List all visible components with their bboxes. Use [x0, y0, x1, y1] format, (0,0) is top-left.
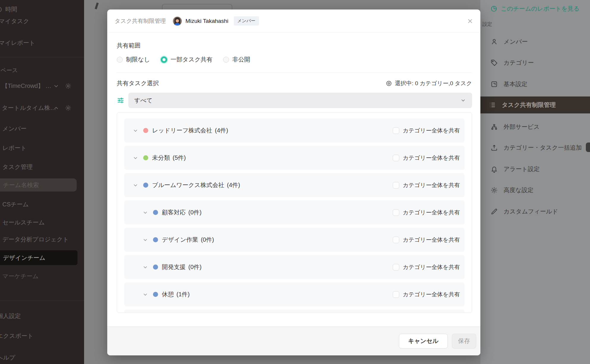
clock-icon — [0, 6, 2, 13]
team-search-box — [0, 178, 77, 192]
task-select-header: 共有タスク選択 選択中: 0 カテゴリー,0 タスク — [117, 79, 472, 87]
window-icon — [490, 80, 498, 88]
task-filter-row: すべて — [117, 93, 472, 108]
sidebar-item-personal-settings[interactable]: 個人設定 — [0, 312, 21, 320]
sidebar-item-export[interactable]: エクスポート — [0, 332, 33, 340]
share-checkbox-label: カテゴリー全体を共有 — [403, 181, 460, 189]
list-icon — [489, 101, 496, 109]
gear-icon — [490, 186, 498, 194]
share-checkbox-label: カテゴリー全体を共有 — [403, 291, 460, 298]
category-color-dot — [153, 265, 158, 270]
left-sidebar: 時間 マイタスク マイレポート ペース 【TimeCrowd】 … タートルタイ… — [0, 0, 84, 364]
sliders-icon[interactable] — [117, 96, 124, 104]
chevron-up-icon[interactable] — [53, 105, 59, 111]
radio-icon — [161, 56, 167, 63]
chevron-down-icon[interactable] — [142, 210, 148, 216]
sidebar-workspace-timecrowd[interactable]: 【TimeCrowd】 … — [2, 82, 78, 90]
share-checkbox[interactable] — [393, 237, 399, 243]
upload-icon — [490, 144, 498, 151]
settings-item-advanced-settings[interactable]: 高度な設定 — [490, 186, 533, 194]
settings-item-alert-settings[interactable]: アラート設定 — [490, 165, 539, 173]
category-name: デザイン作業 — [162, 236, 198, 244]
category-name: レッドリーフ株式会社 — [152, 126, 212, 134]
share-checkbox[interactable] — [393, 291, 399, 298]
subcategory-row: 休憩 (1件) カテゴリー全体を共有 — [124, 282, 465, 306]
pencil-icon — [490, 208, 498, 215]
save-button[interactable]: 保存 — [452, 334, 476, 349]
category-row: ブルームワークス株式会社 (4件) カテゴリー全体を共有 — [124, 173, 465, 197]
sidebar-item-report[interactable]: レポート — [2, 144, 26, 152]
section-divider — [117, 72, 472, 73]
settings-section-label: 設定 — [482, 21, 492, 28]
gear-icon[interactable] — [65, 83, 72, 89]
category-name: 顧客対応 — [162, 208, 186, 216]
subcategory-row: デザイン作業 (0件) カテゴリー全体を共有 — [124, 228, 465, 252]
sidebar-divider — [0, 300, 84, 301]
team-settings-sidebar: このチームのレポートを見る 設定 メンバー カテゴリー 基本設定 タスク共有制限… — [480, 0, 590, 364]
share-checkbox[interactable] — [393, 209, 399, 216]
pie-chart-icon — [490, 5, 497, 12]
share-checkbox[interactable] — [393, 264, 399, 270]
share-whole-category: カテゴリー全体を共有 — [393, 236, 460, 244]
radio-private[interactable]: 非公開 — [223, 56, 250, 64]
radio-partial-task-share[interactable]: 一部タスク共有 — [161, 56, 212, 64]
modal-header: タスク共有制限管理 Mizuki Takahashi メンバー × — [107, 10, 480, 33]
team-search-input[interactable] — [0, 182, 77, 189]
category-row: 未分類 (5件) カテゴリー全体を共有 — [124, 146, 465, 170]
task-count: (0件) — [201, 236, 214, 244]
sidebar-team-marketing[interactable]: マーケチーム — [2, 272, 39, 280]
sidebar-team-sales[interactable]: セールスチーム — [2, 219, 45, 227]
share-checkbox-label: カテゴリー全体を共有 — [403, 209, 460, 216]
share-scope-label: 共有範囲 — [117, 42, 472, 50]
task-category-list: レッドリーフ株式会社 (4件) カテゴリー全体を共有 未分類 (5件) カテゴリ… — [117, 112, 472, 313]
close-icon[interactable]: × — [467, 17, 473, 26]
task-count: (4件) — [227, 181, 240, 189]
target-icon — [386, 80, 392, 87]
chevron-down-icon[interactable] — [142, 264, 148, 270]
cancel-button[interactable]: キャンセル — [399, 334, 448, 349]
chevron-down-icon[interactable] — [53, 83, 59, 89]
category-filter-dropdown[interactable]: すべて — [128, 93, 472, 108]
radio-icon — [223, 57, 229, 63]
share-checkbox[interactable] — [393, 127, 399, 134]
chevron-down-icon[interactable] — [142, 237, 148, 243]
sidebar-item-my-task[interactable]: マイタスク — [0, 17, 29, 25]
share-scope-radio-group: 制限なし 一部タスク共有 非公開 — [117, 56, 472, 64]
sidebar-divider — [0, 57, 84, 57]
bell-icon — [490, 165, 498, 173]
chevron-down-icon[interactable] — [132, 182, 138, 188]
chevron-down-icon[interactable] — [132, 128, 138, 134]
settings-item-external-services[interactable]: 外部サービス — [490, 123, 539, 131]
sidebar-item-time[interactable]: 時間 — [0, 5, 17, 13]
task-count: (0件) — [188, 263, 201, 271]
share-checkbox[interactable] — [393, 155, 399, 161]
team-report-link[interactable]: このチームのレポートを見る — [490, 5, 580, 13]
gear-icon[interactable] — [65, 105, 72, 111]
sidebar-item-my-report[interactable]: マイレポート — [0, 39, 35, 47]
sidebar-team-design-active[interactable]: デザインチーム — [0, 250, 78, 265]
chevron-down-icon[interactable] — [142, 292, 148, 297]
settings-item-task-share-restriction-active[interactable]: タスク共有制限管理 — [480, 96, 590, 113]
chevron-down-icon[interactable] — [132, 155, 138, 161]
person-icon — [490, 38, 498, 45]
settings-item-categories[interactable]: カテゴリー — [490, 59, 534, 67]
sidebar-item-help[interactable]: ヘルプ — [0, 354, 15, 362]
share-whole-category: カテゴリー全体を共有 — [393, 127, 460, 134]
settings-item-custom-fields[interactable]: カスタムフィールド — [490, 208, 558, 216]
settings-item-bulk-add[interactable]: カテゴリー・タスク一括追加 — [490, 144, 582, 152]
sidebar-team-cs[interactable]: CSチーム — [2, 200, 29, 208]
category-color-dot — [153, 210, 158, 215]
share-checkbox-label: カテゴリー全体を共有 — [403, 127, 460, 134]
settings-item-members[interactable]: メンバー — [490, 38, 528, 46]
sitemap-icon — [490, 123, 498, 131]
radio-no-restriction[interactable]: 制限なし — [117, 56, 150, 64]
share-whole-category: カテゴリー全体を共有 — [393, 181, 460, 189]
settings-item-basic-settings[interactable]: 基本設定 — [490, 80, 527, 88]
sidebar-item-task-management[interactable]: タスク管理 — [2, 163, 32, 171]
selection-summary: 選択中: 0 カテゴリー,0 タスク — [386, 80, 472, 87]
sidebar-team-data-analysis[interactable]: データ分析プロジェクト — [2, 235, 69, 243]
category-color-dot — [153, 237, 158, 242]
sidebar-workspace-turtle[interactable]: タートルタイム株… — [2, 104, 78, 112]
share-checkbox[interactable] — [393, 182, 399, 189]
sidebar-item-member[interactable]: メンバー — [2, 125, 26, 133]
